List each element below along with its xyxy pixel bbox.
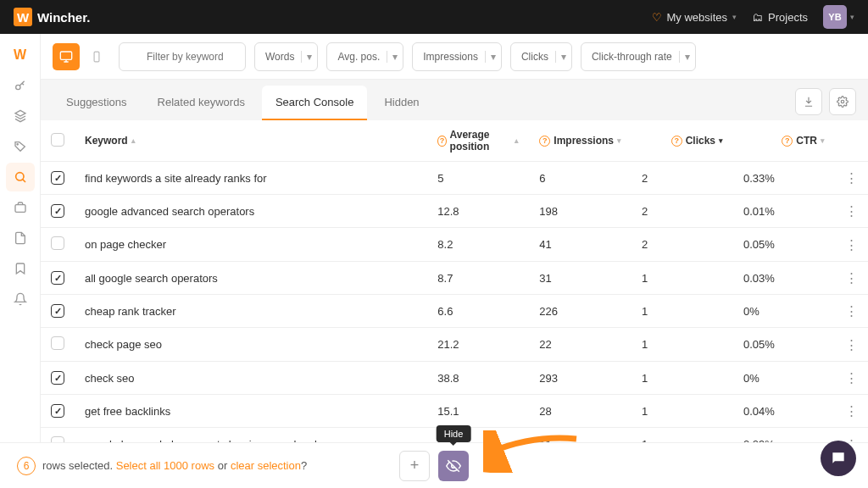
- svg-point-2: [15, 173, 23, 180]
- my-websites-link[interactable]: ♡ My websites ▾: [652, 11, 737, 24]
- row-checkbox[interactable]: [51, 404, 64, 418]
- cell-clicks: 2: [632, 162, 733, 195]
- table-row: on page checker 8.2 41 2 0.05% ⋮: [41, 228, 868, 262]
- cell-impressions: 41: [529, 228, 632, 262]
- device-desktop-button[interactable]: [53, 43, 80, 70]
- toolbar: Words▾ Avg. pos.▾ Impressions▾ Clicks▾ C…: [41, 34, 868, 80]
- cell-avgpos: 8.2: [427, 228, 529, 262]
- device-mobile-button[interactable]: [83, 43, 110, 70]
- row-menu-button[interactable]: ⋮: [845, 170, 858, 185]
- hide-tooltip: Hide: [437, 425, 471, 442]
- cell-impressions: 293: [529, 362, 632, 395]
- col-impressions-header[interactable]: ? Impressions ▾: [539, 135, 621, 147]
- cell-avgpos: 6.6: [427, 295, 529, 328]
- cell-avgpos: 21.2: [427, 328, 529, 362]
- row-menu-button[interactable]: ⋮: [845, 403, 858, 418]
- clicks-dropdown[interactable]: Clicks▾: [510, 42, 572, 71]
- sidebar-key-icon[interactable]: [6, 71, 35, 100]
- cell-keyword: cheap rank tracker: [75, 295, 427, 328]
- cell-keyword: google keyword planner not showing searc…: [75, 428, 427, 443]
- cell-clicks: 2: [632, 228, 733, 262]
- cell-clicks: 1: [632, 262, 733, 295]
- words-dropdown[interactable]: Words▾: [254, 42, 318, 71]
- tab-suggestions[interactable]: Suggestions: [53, 86, 141, 120]
- user-avatar[interactable]: YB: [823, 5, 847, 29]
- selection-footer: 6 rows selected. Select all 1000 rows or…: [0, 442, 868, 488]
- row-checkbox[interactable]: [51, 171, 64, 185]
- svg-rect-4: [60, 52, 71, 59]
- tab-hidden[interactable]: Hidden: [370, 86, 432, 120]
- row-checkbox[interactable]: [51, 304, 64, 318]
- sort-caret-icon: ▴: [131, 136, 136, 145]
- footer-text: rows selected. Select all 1000 rows or c…: [42, 459, 307, 472]
- sidebar-briefcase-icon[interactable]: [6, 193, 35, 222]
- row-menu-button[interactable]: ⋮: [845, 303, 858, 318]
- cell-ctr: 0%: [733, 362, 835, 395]
- row-checkbox[interactable]: [51, 236, 64, 250]
- cell-avgpos: 15.1: [427, 395, 529, 428]
- heart-icon: ♡: [652, 11, 662, 24]
- cell-impressions: 6: [529, 162, 632, 195]
- cell-impressions: 226: [529, 295, 632, 328]
- info-icon: ?: [539, 136, 550, 147]
- col-ctr-header[interactable]: ? CTR ▾: [782, 135, 825, 147]
- table-row: cheap rank tracker 6.6 226 1 0% ⋮: [41, 295, 868, 328]
- logo-icon: W: [14, 8, 32, 26]
- cell-avgpos: 8.7: [427, 262, 529, 295]
- avgpos-dropdown[interactable]: Avg. pos.▾: [326, 42, 403, 71]
- filter-keyword-input[interactable]: [119, 42, 246, 71]
- col-keyword-header[interactable]: Keyword ▴: [85, 135, 136, 147]
- svg-point-1: [17, 144, 18, 145]
- download-button[interactable]: [795, 88, 822, 115]
- cell-avgpos: 38.8: [427, 362, 529, 395]
- sidebar-logo[interactable]: W: [6, 41, 35, 69]
- table-row: all google search operators 8.7 31 1 0.0…: [41, 262, 868, 295]
- row-menu-button[interactable]: ⋮: [845, 270, 858, 285]
- row-menu-button[interactable]: ⋮: [845, 203, 858, 218]
- chevron-down-icon: ▾: [850, 13, 854, 21]
- settings-button[interactable]: [829, 88, 856, 115]
- clear-selection-link[interactable]: clear selection: [231, 459, 301, 472]
- table-row: get free backlinks 15.1 28 1 0.04% ⋮: [41, 395, 868, 428]
- projects-link[interactable]: 🗂 Projects: [752, 11, 808, 24]
- col-clicks-header[interactable]: ? Clicks ▾: [671, 135, 723, 147]
- row-menu-button[interactable]: ⋮: [845, 370, 858, 385]
- add-button[interactable]: +: [399, 451, 430, 481]
- row-checkbox[interactable]: [51, 371, 64, 385]
- sidebar-file-icon[interactable]: [6, 224, 35, 252]
- cell-ctr: 0.09%: [733, 428, 835, 443]
- hide-button[interactable]: Hide: [438, 451, 469, 481]
- row-menu-button[interactable]: ⋮: [845, 337, 858, 352]
- svg-rect-3: [15, 205, 25, 213]
- cell-clicks: 1: [632, 428, 733, 443]
- select-all-link[interactable]: Select all 1000 rows: [116, 459, 214, 472]
- row-menu-button[interactable]: ⋮: [845, 237, 858, 252]
- logo-text: Wincher.: [37, 10, 90, 25]
- tab-search-console[interactable]: Search Console: [262, 86, 368, 120]
- row-checkbox[interactable]: [51, 336, 64, 350]
- sidebar-tag-icon[interactable]: [6, 132, 35, 161]
- tab-related-keywords[interactable]: Related keywords: [144, 86, 259, 120]
- cell-avgpos: 12.8: [427, 195, 529, 228]
- row-checkbox[interactable]: [51, 204, 64, 218]
- sidebar-bell-icon[interactable]: [6, 285, 35, 313]
- impressions-dropdown[interactable]: Impressions▾: [412, 42, 502, 71]
- cell-impressions: 31: [529, 262, 632, 295]
- logo[interactable]: W Wincher.: [14, 8, 90, 26]
- sidebar-bookmark-icon[interactable]: [6, 254, 35, 283]
- cell-clicks: 1: [632, 395, 733, 428]
- keywords-table: Keyword ▴ ? Average position ▴ ? Impress…: [41, 120, 868, 442]
- select-all-checkbox[interactable]: [51, 133, 64, 147]
- cell-impressions: 28: [529, 395, 632, 428]
- col-avgpos-header[interactable]: ? Average position ▴: [437, 129, 519, 152]
- chat-bubble-button[interactable]: [821, 441, 856, 476]
- sidebar-layers-icon[interactable]: [6, 102, 35, 130]
- row-checkbox[interactable]: [51, 271, 64, 285]
- sidebar-search-icon[interactable]: [6, 163, 35, 191]
- briefcase-icon: 🗂: [752, 11, 763, 24]
- row-checkbox[interactable]: [51, 436, 64, 442]
- cell-clicks: 2: [632, 195, 733, 228]
- info-icon: ?: [437, 136, 446, 147]
- cell-keyword: get free backlinks: [75, 395, 427, 428]
- ctr-dropdown[interactable]: Click-through rate▾: [581, 42, 696, 71]
